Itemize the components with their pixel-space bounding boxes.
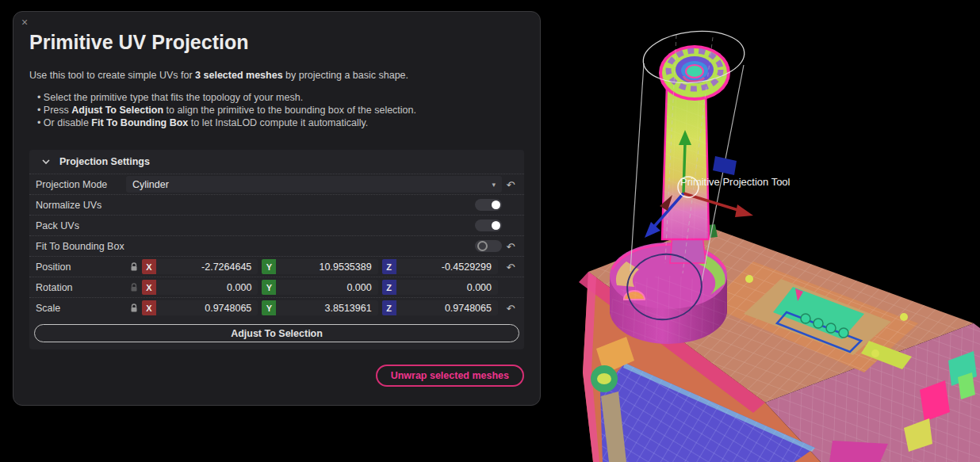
reset-position-icon[interactable]: ↶ xyxy=(507,262,515,273)
mesh-screw-1 xyxy=(745,275,753,283)
scale-label: Scale xyxy=(36,303,126,314)
mesh-key-3 xyxy=(826,323,836,333)
position-lock-icon[interactable] xyxy=(126,262,142,272)
antenna-knob xyxy=(659,45,730,101)
toggle-knob xyxy=(477,241,488,251)
mesh-patch-green xyxy=(958,372,975,399)
pack-uvs-label: Pack UVs xyxy=(36,220,126,231)
mesh-screw-3 xyxy=(900,313,908,321)
scale-z-field[interactable]: 0.9748065 xyxy=(396,300,498,315)
rotation-x-field[interactable]: 0.000 xyxy=(156,280,258,295)
mesh-screw-2 xyxy=(871,349,879,357)
position-z-group: Z -0.4529299 xyxy=(382,259,498,274)
position-z-field[interactable]: -0.4529299 xyxy=(396,259,498,274)
rotation-z-group: Z 0.000 xyxy=(382,280,498,295)
fit-to-bounding-box-label: Fit To Bounding Box xyxy=(36,241,126,252)
section-title: Projection Settings xyxy=(59,156,150,167)
row-projection-mode: Projection Mode Cylinder ▾ ↶ xyxy=(29,174,524,194)
position-y-group: Y 10.9535389 xyxy=(262,259,377,274)
position-label: Position xyxy=(36,262,126,273)
toggle-knob xyxy=(492,200,500,209)
gizmo-z-arrowhead[interactable] xyxy=(645,222,660,238)
description-pre: Use this tool to create simple UVs for xyxy=(29,70,195,81)
description-bold: 3 selected meshes xyxy=(195,70,283,81)
bullet-text: Press xyxy=(44,105,71,116)
bullet-text: Or disable xyxy=(44,117,91,128)
mesh-key-1 xyxy=(801,314,810,323)
axis-z-badge: Z xyxy=(382,259,396,274)
instruction-list: Select the primitive type that fits the … xyxy=(37,91,524,129)
position-x-group: X -2.7264645 xyxy=(142,259,258,274)
rotation-z-field[interactable]: 0.000 xyxy=(396,280,498,295)
pack-uvs-toggle[interactable] xyxy=(475,220,502,231)
axis-y-badge: Y xyxy=(262,280,276,295)
close-icon[interactable]: × xyxy=(21,17,28,28)
projection-mode-value: Cylinder xyxy=(132,179,169,190)
fit-to-bounding-box-toggle[interactable] xyxy=(475,240,502,252)
toggle-knob xyxy=(492,221,500,230)
rotation-x-group: X 0.000 xyxy=(142,280,258,295)
axis-y-badge: Y xyxy=(262,300,276,315)
reset-fit-to-bounding-box-icon[interactable]: ↶ xyxy=(507,241,515,253)
row-normalize-uvs: Normalize UVs xyxy=(29,194,524,215)
rotation-lock-icon[interactable] xyxy=(126,283,142,292)
bullet-bold: Fit To Bounding Box xyxy=(91,117,188,128)
mesh-key-4 xyxy=(839,328,848,338)
row-fit-to-bounding-box: Fit To Bounding Box ↶ xyxy=(29,235,524,256)
unwrap-selected-meshes-button[interactable]: Unwrap selected meshes xyxy=(376,365,524,387)
scale-lock-icon[interactable] xyxy=(126,304,142,313)
rotation-y-field[interactable]: 0.000 xyxy=(276,280,377,295)
instruction-item: Select the primitive type that fits the … xyxy=(37,91,524,104)
scale-x-group: X 0.9748065 xyxy=(142,300,258,315)
rotation-y-group: Y 0.000 xyxy=(262,280,377,295)
projection-settings-panel: Projection Settings Projection Mode Cyli… xyxy=(29,150,524,349)
gizmo-x-arrowhead[interactable] xyxy=(735,204,753,217)
row-rotation: Rotation X 0.000 Y 0.000 Z 0.000 xyxy=(29,277,524,297)
axis-x-badge: X xyxy=(142,300,156,315)
instruction-item: Or disable Fit To Bounding Box to let In… xyxy=(37,116,524,129)
projection-mode-select[interactable]: Cylinder ▾ xyxy=(126,176,502,193)
chevron-down-icon xyxy=(42,158,50,165)
mesh-bottom-blob xyxy=(829,441,888,462)
axis-x-badge: X xyxy=(142,259,156,274)
scale-x-field[interactable]: 0.9748065 xyxy=(156,300,258,315)
reset-projection-mode-icon[interactable]: ↶ xyxy=(507,179,515,191)
gizmo-plane-handle[interactable] xyxy=(713,156,737,175)
dialog-description: Use this tool to create simple UVs for 3… xyxy=(29,70,524,81)
primitive-uv-projection-dialog: × Primitive UV Projection Use this tool … xyxy=(13,11,541,406)
mesh-left-knob-inner xyxy=(597,373,611,384)
rotation-label: Rotation xyxy=(36,282,126,293)
dialog-title: Primitive UV Projection xyxy=(29,31,524,53)
description-post: by projecting a basic shape. xyxy=(283,70,408,81)
axis-z-badge: Z xyxy=(382,280,396,295)
mesh-key-2 xyxy=(813,319,823,328)
row-position: Position X -2.7264645 Y 10.9535389 Z -0.… xyxy=(29,256,524,277)
section-header-projection-settings[interactable]: Projection Settings xyxy=(29,150,524,174)
bullet-text: Select the primitive type that fits the … xyxy=(44,92,303,103)
scale-y-group: Y 3.8513961 xyxy=(262,300,377,315)
bullet-text: to let InstaLOD compute it automatically… xyxy=(188,117,368,128)
projection-mode-label: Projection Mode xyxy=(36,179,126,190)
row-pack-uvs: Pack UVs xyxy=(29,215,524,235)
instruction-item: Press Adjust To Selection to align the p… xyxy=(37,104,524,116)
normalize-uvs-toggle[interactable] xyxy=(475,199,502,211)
dropdown-caret-icon: ▾ xyxy=(492,181,496,189)
bullet-text: to align the primitive to the bounding b… xyxy=(163,105,416,116)
reset-scale-icon[interactable]: ↶ xyxy=(507,303,515,315)
bullet-bold: Adjust To Selection xyxy=(71,105,163,116)
row-scale: Scale X 0.9748065 Y 3.8513961 Z 0.974806… xyxy=(29,297,524,318)
axis-y-badge: Y xyxy=(262,259,276,274)
adjust-to-selection-button[interactable]: Adjust To Selection xyxy=(34,324,519,342)
scale-z-group: Z 0.9748065 xyxy=(382,300,498,315)
position-x-field[interactable]: -2.7264645 xyxy=(156,259,258,274)
tool-label: Primitive Projection Tool xyxy=(680,176,791,188)
axis-z-badge: Z xyxy=(382,300,396,315)
position-y-field[interactable]: 10.9535389 xyxy=(276,259,377,274)
normalize-uvs-label: Normalize UVs xyxy=(36,200,126,211)
scale-y-field[interactable]: 3.8513961 xyxy=(276,300,377,315)
axis-x-badge: X xyxy=(142,280,156,295)
